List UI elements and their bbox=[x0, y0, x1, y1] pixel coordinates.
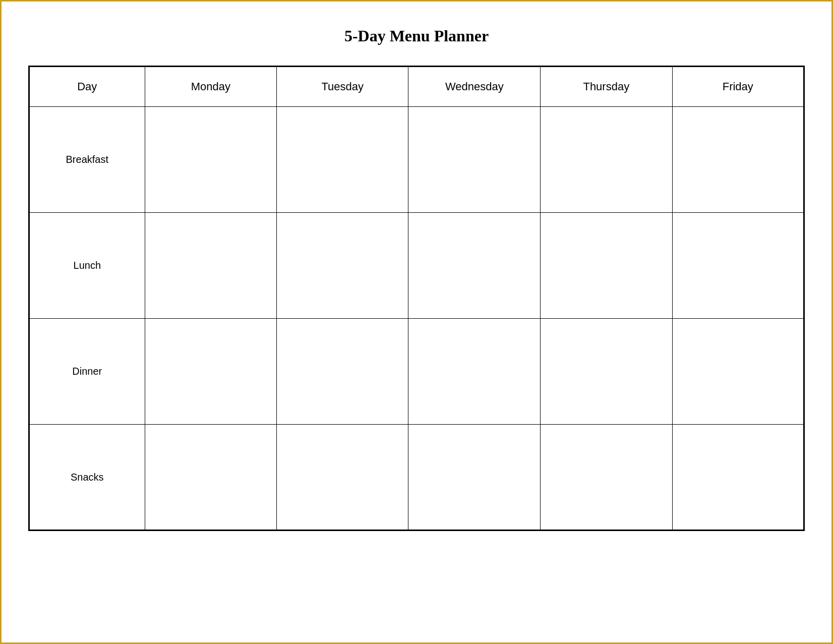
snacks-wednesday[interactable] bbox=[408, 425, 541, 531]
snacks-friday[interactable] bbox=[672, 425, 804, 531]
breakfast-thursday[interactable] bbox=[541, 107, 673, 213]
dinner-thursday[interactable] bbox=[541, 319, 673, 425]
lunch-friday[interactable] bbox=[672, 213, 804, 319]
lunch-monday[interactable] bbox=[145, 213, 276, 319]
snacks-label: Snacks bbox=[29, 425, 145, 531]
col-header-thursday: Thursday bbox=[541, 67, 673, 107]
col-header-tuesday: Tuesday bbox=[277, 67, 408, 107]
header-row: Day Monday Tuesday Wednesday Thursday Fr… bbox=[29, 67, 804, 107]
lunch-tuesday[interactable] bbox=[277, 213, 408, 319]
col-header-day: Day bbox=[29, 67, 145, 107]
dinner-wednesday[interactable] bbox=[408, 319, 541, 425]
col-header-friday: Friday bbox=[672, 67, 804, 107]
snacks-thursday[interactable] bbox=[541, 425, 673, 531]
menu-planner-table: Day Monday Tuesday Wednesday Thursday Fr… bbox=[28, 66, 805, 531]
lunch-wednesday[interactable] bbox=[408, 213, 541, 319]
breakfast-monday[interactable] bbox=[145, 107, 276, 213]
lunch-row: Lunch bbox=[29, 213, 804, 319]
snacks-monday[interactable] bbox=[145, 425, 276, 531]
col-header-wednesday: Wednesday bbox=[408, 67, 541, 107]
dinner-tuesday[interactable] bbox=[277, 319, 408, 425]
dinner-label: Dinner bbox=[29, 319, 145, 425]
dinner-monday[interactable] bbox=[145, 319, 276, 425]
dinner-row: Dinner bbox=[29, 319, 804, 425]
dinner-friday[interactable] bbox=[672, 319, 804, 425]
col-header-monday: Monday bbox=[145, 67, 276, 107]
breakfast-friday[interactable] bbox=[672, 107, 804, 213]
snacks-row: Snacks bbox=[29, 425, 804, 531]
breakfast-label: Breakfast bbox=[29, 107, 145, 213]
breakfast-wednesday[interactable] bbox=[408, 107, 541, 213]
snacks-tuesday[interactable] bbox=[277, 425, 408, 531]
lunch-thursday[interactable] bbox=[541, 213, 673, 319]
breakfast-tuesday[interactable] bbox=[277, 107, 408, 213]
page-title: 5-Day Menu Planner bbox=[344, 27, 489, 45]
breakfast-row: Breakfast bbox=[29, 107, 804, 213]
lunch-label: Lunch bbox=[29, 213, 145, 319]
